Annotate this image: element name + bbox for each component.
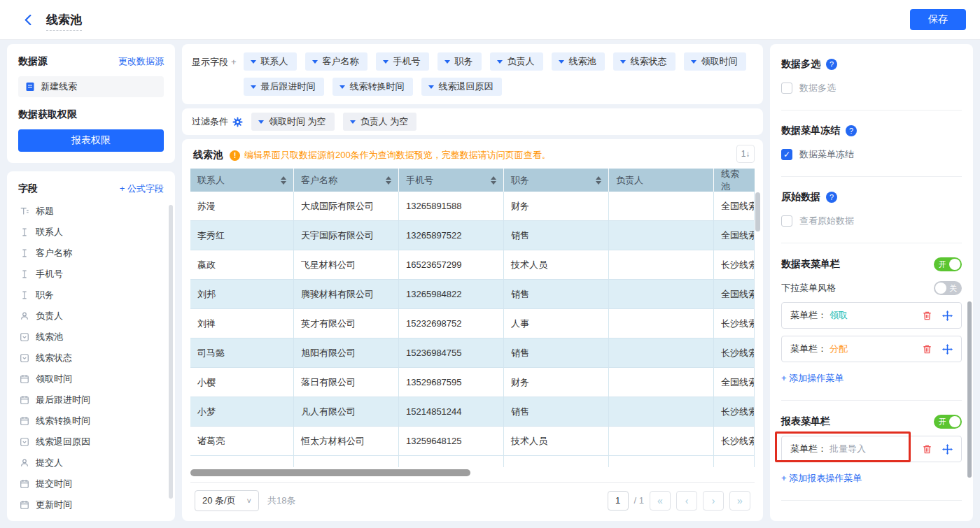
- column-header[interactable]: 线索池: [714, 169, 755, 192]
- sort-icon[interactable]: [491, 176, 496, 185]
- table-row[interactable]: 小梦凡人有限公司15214851244销售长沙线索池: [190, 397, 755, 427]
- field-item-lastfollow[interactable]: 最后跟进时间: [7, 390, 175, 411]
- display-chip[interactable]: 客户名称: [305, 52, 368, 71]
- checkbox-checked[interactable]: ✓: [781, 149, 792, 160]
- dropdown-style-toggle-off[interactable]: 关: [934, 281, 962, 295]
- save-button[interactable]: 保存: [910, 9, 966, 30]
- field-item-customer[interactable]: 客户名称: [7, 243, 175, 264]
- column-header[interactable]: 联系人: [190, 169, 294, 192]
- column-header[interactable]: 客户名称: [294, 169, 399, 192]
- field-item-leadstatus[interactable]: 线索状态: [7, 348, 175, 369]
- field-item-mobile[interactable]: 手机号: [7, 264, 175, 285]
- delete-icon[interactable]: [922, 344, 932, 355]
- help-icon[interactable]: ?: [826, 59, 837, 70]
- field-item-updatetime[interactable]: 更新时间: [7, 494, 175, 515]
- report-permission-button[interactable]: 报表权限: [18, 129, 164, 152]
- report-menu-toggle-on[interactable]: 开: [934, 415, 962, 429]
- add-action-menu-link[interactable]: + 添加操作菜单: [781, 372, 962, 385]
- raw-data-section: 原始数据 ? 查看原始数据: [781, 177, 962, 243]
- filter-panel: 过滤条件 领取时间 为空 负责人 为空: [182, 108, 763, 135]
- display-chip[interactable]: 最后跟进时间: [244, 78, 324, 96]
- dropdown-style-label: 下拉菜单风格: [781, 282, 836, 294]
- last-page-button[interactable]: »: [729, 491, 750, 511]
- first-page-button[interactable]: «: [650, 491, 671, 511]
- topbar: 线索池 保存: [0, 0, 980, 40]
- field-item-job[interactable]: 职务: [7, 285, 175, 306]
- change-datasource-link[interactable]: 更改数据源: [118, 55, 164, 68]
- move-icon[interactable]: [942, 311, 953, 321]
- field-item-title[interactable]: 标题: [7, 201, 175, 222]
- delete-icon[interactable]: [922, 311, 932, 321]
- settings-scrollbar[interactable]: [967, 301, 972, 478]
- field-item-converttime[interactable]: 线索转换时间: [7, 411, 175, 431]
- fields-scrollbar[interactable]: [169, 205, 173, 499]
- menu-bar-item-assign[interactable]: 菜单栏： 分配: [781, 336, 962, 362]
- next-page-button[interactable]: ›: [703, 491, 724, 511]
- table-row[interactable]: 小樱落日有限公司13529687595财务全国线索池: [190, 368, 755, 397]
- column-header[interactable]: 手机号: [399, 169, 504, 192]
- help-icon[interactable]: ?: [846, 125, 857, 136]
- filter-chip[interactable]: 负责人 为空: [343, 113, 417, 131]
- add-report-action-menu-link[interactable]: + 添加报表操作菜单: [781, 472, 962, 485]
- row-sort-tool-button[interactable]: 1↓: [736, 145, 755, 163]
- page-title[interactable]: 线索池: [46, 13, 82, 31]
- chevron-down-icon: [340, 85, 345, 89]
- scrollbar-thumb[interactable]: [190, 469, 470, 476]
- column-header[interactable]: 职务: [504, 169, 609, 192]
- add-display-field-button[interactable]: +: [231, 57, 237, 67]
- raw-data-checkbox-row[interactable]: 查看原始数据: [781, 215, 962, 227]
- gear-icon[interactable]: [232, 117, 243, 127]
- table-row[interactable]: 刘邦腾骏材料有限公司13265984822销售全国线索池: [190, 280, 755, 309]
- raw-data-title: 原始数据: [781, 191, 820, 204]
- title-field-icon: [20, 206, 29, 216]
- table-horizontal-scrollbar[interactable]: [190, 469, 755, 476]
- field-item-leadpool[interactable]: 线索池: [7, 327, 175, 348]
- help-icon[interactable]: ?: [826, 192, 837, 203]
- field-item-submitter[interactable]: 提交人: [7, 452, 175, 473]
- display-chip[interactable]: 领取时间: [684, 52, 746, 71]
- display-chip[interactable]: 手机号: [376, 52, 429, 71]
- menu-bar-item-claim[interactable]: 菜单栏： 领取: [781, 302, 962, 329]
- column-header[interactable]: 负责人: [609, 169, 714, 192]
- field-item-contact[interactable]: 联系人: [7, 222, 175, 243]
- prev-page-button[interactable]: ‹: [676, 491, 697, 511]
- table-row[interactable]: 苏漫大成国际有限公司13265891588财务全国线索池: [190, 192, 755, 221]
- menu-freeze-checkbox-row[interactable]: ✓ 数据菜单冻结: [781, 148, 962, 161]
- move-icon[interactable]: [942, 444, 953, 455]
- datasource-title: 数据源: [18, 55, 48, 68]
- checkbox-unchecked[interactable]: [781, 83, 792, 94]
- table-row[interactable]: 嬴政飞星材料公司16523657299技术人员长沙线索池: [190, 250, 755, 280]
- display-chip[interactable]: 线索退回原因: [421, 78, 502, 96]
- display-chip[interactable]: 职务: [438, 52, 482, 71]
- sort-icon[interactable]: [596, 176, 601, 185]
- table-vertical-scrollbar[interactable]: [755, 192, 760, 231]
- table-row[interactable]: 司马懿旭阳有限公司15236984755销售长沙线索池: [190, 338, 755, 368]
- sort-icon[interactable]: [386, 176, 391, 185]
- checkbox-unchecked[interactable]: [781, 215, 792, 227]
- sort-icon[interactable]: [281, 176, 286, 185]
- display-chip[interactable]: 负责人: [490, 52, 543, 71]
- table-row[interactable]: 刘禅英才有限公司15232698752人事长沙线索池: [190, 309, 755, 338]
- table-row[interactable]: 李秀红天宇国际有限公司13265897522销售全国线索池: [190, 221, 755, 250]
- back-button[interactable]: [20, 11, 36, 28]
- display-chip[interactable]: 联系人: [244, 52, 297, 71]
- filter-chip[interactable]: 领取时间 为空: [251, 113, 335, 131]
- table-menu-toggle-on[interactable]: 开: [934, 257, 962, 271]
- delete-icon[interactable]: [922, 444, 932, 455]
- datasource-item[interactable]: 新建线索: [18, 76, 164, 97]
- move-icon[interactable]: [942, 344, 953, 355]
- page-size-select[interactable]: 20 条/页 ˅: [195, 490, 259, 511]
- display-chip[interactable]: 线索池: [552, 52, 605, 71]
- display-chip[interactable]: 线索转换时间: [332, 78, 413, 96]
- multi-select-checkbox-row[interactable]: 数据多选: [781, 82, 962, 94]
- field-item-claimtime[interactable]: 领取时间: [7, 369, 175, 390]
- add-formula-field-link[interactable]: + 公式字段: [120, 183, 164, 195]
- table-row[interactable]: 诸葛亮恒太方材料公司13259648125技术人员长沙线索池: [190, 427, 755, 456]
- display-chip[interactable]: 线索状态: [613, 52, 676, 71]
- current-page-input[interactable]: 1: [608, 491, 629, 511]
- menu-bar-item-batch-import[interactable]: 菜单栏： 批量导入: [781, 436, 962, 462]
- toggle-knob: [949, 416, 960, 427]
- field-item-owner[interactable]: 负责人: [7, 306, 175, 327]
- field-item-returnreason[interactable]: 线索退回原因: [7, 431, 175, 452]
- field-item-submittime[interactable]: 提交时间: [7, 473, 175, 494]
